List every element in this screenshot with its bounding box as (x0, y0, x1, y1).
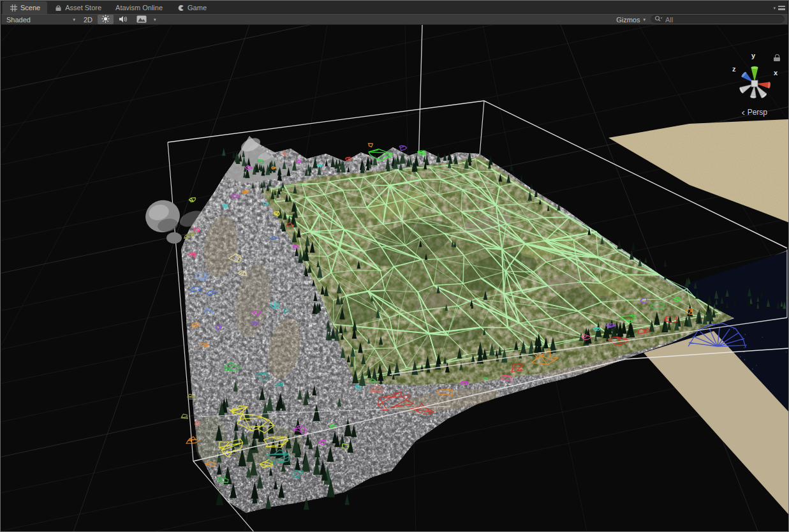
window-dropdown-icon: ▾ (773, 6, 776, 10)
search-icon (654, 15, 663, 24)
tab-window-menu[interactable]: ▾ (773, 6, 785, 10)
gizmos-label: Gizmos (616, 16, 640, 24)
chevron-down-icon: ▾ (643, 17, 645, 22)
tab-scene[interactable]: Scene (3, 1, 47, 14)
scene-viewport[interactable]: y z x ‹ Persp (1, 25, 788, 531)
tab-game[interactable]: Game (170, 1, 214, 14)
axis-y-label: y (751, 52, 755, 59)
gizmos-dropdown[interactable]: Gizmos ▾ (611, 15, 651, 24)
shading-mode-label: Shaded (6, 16, 31, 24)
search-input[interactable] (664, 15, 760, 24)
axis-center-cube[interactable] (751, 80, 758, 87)
shading-mode-dropdown[interactable]: Shaded ▾ (1, 15, 79, 24)
tab-atavism-online[interactable]: Atavism Online (108, 1, 170, 14)
unity-editor-window: Scene Asset Store Atavism Online Game ▾ … (0, 0, 789, 532)
scene-grid-icon (10, 4, 17, 11)
toggle-2d-button[interactable]: 2D (80, 15, 96, 24)
axis-y-cone[interactable] (751, 66, 758, 82)
tab-bar: Scene Asset Store Atavism Online Game ▾ (1, 1, 788, 14)
sun-icon (101, 15, 110, 24)
audio-icon (119, 15, 128, 24)
persp-icon: ‹ (741, 108, 745, 117)
projection-toggle[interactable]: ‹ Persp (727, 108, 782, 117)
lock-icon[interactable] (774, 54, 780, 61)
tab-asset-store[interactable]: Asset Store (47, 1, 108, 14)
scene-toolbar: Shaded ▾ 2D ▾ Gizmos ▾ (1, 14, 788, 25)
tab-asset-store-label: Asset Store (65, 4, 101, 11)
game-icon (177, 4, 184, 11)
projection-label: Persp (748, 108, 767, 117)
asset-store-icon (54, 4, 62, 11)
axis-z-label: z (732, 65, 736, 73)
scene-audio-button[interactable] (115, 15, 131, 24)
scene-render (1, 25, 789, 532)
tab-game-label: Game (188, 4, 207, 11)
scene-search-field[interactable] (651, 15, 785, 24)
tab-scene-label: Scene (20, 4, 40, 11)
effects-dropdown-arrow[interactable]: ▾ (152, 15, 158, 24)
chevron-down-icon: ▾ (154, 17, 156, 22)
window-hamburger-icon (778, 6, 785, 10)
tab-atavism-online-label: Atavism Online (115, 4, 163, 11)
chevron-down-icon: ▾ (73, 17, 75, 22)
axis-x-label: x (774, 69, 778, 77)
scene-lighting-button[interactable] (98, 15, 114, 24)
scene-effects-button[interactable] (133, 15, 151, 24)
effects-image-icon (136, 15, 147, 24)
axis-neg-cone[interactable] (750, 85, 757, 99)
